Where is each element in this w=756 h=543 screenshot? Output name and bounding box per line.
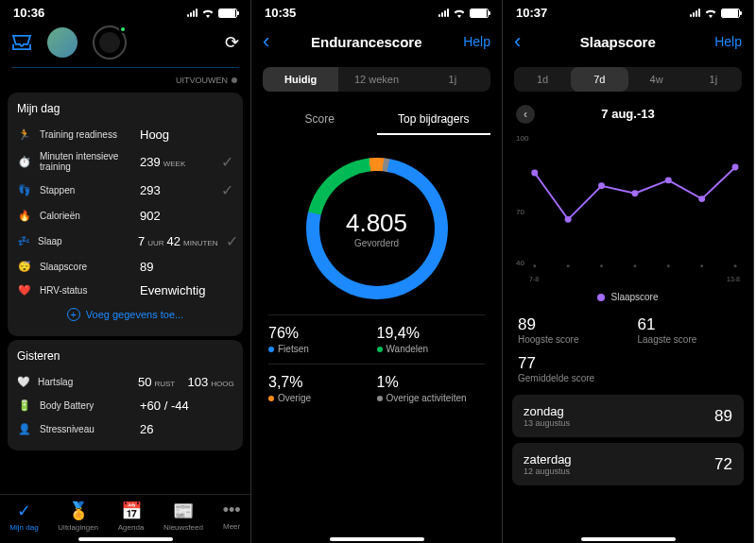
svg-point-13 <box>734 264 737 267</box>
contributor-cell[interactable]: 76%Fietsen <box>268 314 377 364</box>
yesterday-card: Gisteren 🤍Hartslag50RUST 103HOOG🔋Body Ba… <box>8 340 243 450</box>
day-list: zondag13 augustus89zaterdag12 augustus72 <box>503 389 753 491</box>
metric-label: Slaapscore <box>40 262 132 272</box>
metric-row[interactable]: ❤️HRV-statusEvenwichtig <box>17 279 233 302</box>
tab-item[interactable]: 📰Nieuwsfeed <box>163 501 203 532</box>
page-title: Endurancescore <box>311 34 422 50</box>
range-option[interactable]: 4w <box>628 67 685 92</box>
tab-label: Uitdagingen <box>58 523 98 532</box>
stat-cell: 61Laagste score <box>638 315 739 345</box>
sleep-chart[interactable]: 100 70 40 7-8 13-8 <box>516 134 740 280</box>
subtab[interactable]: Score <box>263 105 377 135</box>
expand-button[interactable]: UITVOUWEN <box>0 72 250 89</box>
metric-icon: 👣 <box>17 184 32 196</box>
battery-icon <box>721 8 740 18</box>
tab-icon: 📰 <box>173 501 194 521</box>
tab-item[interactable]: •••Meer <box>223 501 241 532</box>
metric-row[interactable]: 😴Slaapscore89 <box>17 255 233 279</box>
metric-label: Stappen <box>40 185 132 195</box>
metric-label: Calorieën <box>40 211 132 221</box>
check-icon: ✓ <box>221 153 233 171</box>
svg-point-9 <box>600 264 603 267</box>
day-row[interactable]: zaterdag12 augustus72 <box>512 443 744 485</box>
help-button[interactable]: Help <box>463 34 490 49</box>
metric-label: Minuten intensieve training <box>40 151 132 172</box>
page-title: Slaapscore <box>580 34 656 50</box>
metric-row[interactable]: 🔋Body Battery+60 / -44 <box>17 394 233 417</box>
legend-dot-icon <box>597 294 605 301</box>
tab-label: Mijn dag <box>9 523 38 532</box>
screen-endurance: 10:35 ‹ Endurancescore Help Huidig12 wek… <box>251 0 503 543</box>
metric-value: +60 / -44 <box>140 399 189 413</box>
home-indicator[interactable] <box>330 537 424 541</box>
chart-legend: Slaapscore <box>503 284 753 310</box>
card-title: Gisteren <box>17 349 233 363</box>
tab-item[interactable]: 🏅Uitdagingen <box>58 501 98 532</box>
prev-arrow[interactable]: ‹ <box>516 105 535 124</box>
add-data-button[interactable]: +Voeg gegevens toe... <box>17 302 233 327</box>
tab-icon: 📅 <box>121 501 142 521</box>
metric-icon: ⏱️ <box>17 156 32 168</box>
metric-value: 293 <box>140 183 161 197</box>
range-option[interactable]: 1j <box>685 67 742 92</box>
clock: 10:35 <box>265 6 296 20</box>
tab-bar: ✓Mijn dag🏅Uitdagingen📅Agenda📰Nieuwsfeed•… <box>0 494 250 534</box>
day-row[interactable]: zondag13 augustus89 <box>512 395 744 437</box>
tab-label: Nieuwsfeed <box>163 523 203 532</box>
tab-icon: ••• <box>223 501 241 520</box>
metric-row[interactable]: 🏃Training readinessHoog <box>17 123 233 146</box>
screen-sleep-score: 10:37 ‹ Slaapscore Help 1d7d4w1j ‹ 7 aug… <box>503 0 754 543</box>
metric-row[interactable]: 👤Stressniveau26 <box>17 417 233 441</box>
sync-icon[interactable]: ⟳ <box>225 32 239 53</box>
donut-chart: 4.805 Gevorderd <box>251 135 502 314</box>
contributor-label: Overige <box>268 393 377 403</box>
avatar[interactable] <box>47 27 77 58</box>
contributors-grid: 76%Fietsen19,4%Wandelen3,7%Overige1%Over… <box>251 314 502 413</box>
metric-label: Stressniveau <box>40 424 132 434</box>
svg-point-5 <box>698 195 705 202</box>
segment-option[interactable]: 1j <box>415 67 490 92</box>
metric-row[interactable]: 🔥Calorieën902 <box>17 204 233 228</box>
nav-header: ‹ Endurancescore Help <box>251 22 502 61</box>
device-badge[interactable] <box>93 25 127 59</box>
contributor-cell[interactable]: 19,4%Wandelen <box>377 314 486 364</box>
card-title: Mijn dag <box>17 102 233 115</box>
status-icons <box>187 8 237 18</box>
inbox-icon[interactable] <box>11 34 32 51</box>
home-indicator[interactable] <box>581 537 676 541</box>
metric-icon: 👤 <box>17 423 32 435</box>
tab-label: Meer <box>223 522 240 531</box>
metric-row[interactable]: 🤍Hartslag50RUST 103HOOG <box>17 370 233 394</box>
metric-row[interactable]: 👣Stappen293✓ <box>17 177 233 204</box>
range-option[interactable]: 7d <box>571 67 627 92</box>
check-icon: ✓ <box>226 232 238 250</box>
tab-item[interactable]: 📅Agenda <box>118 501 145 532</box>
segment-option[interactable]: Huidig <box>263 67 338 92</box>
stat-cell: 77Gemiddelde score <box>518 354 619 383</box>
stat-label: Laagste score <box>638 334 739 345</box>
metric-icon: ❤️ <box>17 284 32 297</box>
cellular-icon <box>690 8 700 17</box>
help-button[interactable]: Help <box>714 34 742 49</box>
battery-icon <box>470 8 489 18</box>
metric-value: 26 <box>140 422 153 436</box>
home-indicator[interactable] <box>78 537 173 541</box>
subtab[interactable]: Top bijdragers <box>377 105 491 135</box>
segment-option[interactable]: 12 weken <box>338 67 414 92</box>
metric-value: 239WEEK <box>140 155 185 169</box>
tab-item[interactable]: ✓Mijn dag <box>9 501 38 532</box>
contributor-cell[interactable]: 3,7%Overige <box>268 364 377 413</box>
metric-row[interactable]: ⏱️Minuten intensieve training239WEEK✓ <box>17 146 233 177</box>
contributor-label: Wandelen <box>377 344 486 354</box>
my-day-card: Mijn dag 🏃Training readinessHoog⏱️Minute… <box>8 93 243 336</box>
day-date: 13 augustus <box>524 418 570 428</box>
day-score: 89 <box>714 407 732 426</box>
range-option[interactable]: 1d <box>514 67 571 92</box>
check-icon: ✓ <box>221 181 233 199</box>
back-button[interactable]: ‹ <box>263 29 269 54</box>
back-button[interactable]: ‹ <box>514 29 521 54</box>
day-score: 72 <box>714 455 732 474</box>
contributor-cell[interactable]: 1%Overige activiteiten <box>377 364 486 413</box>
metric-row[interactable]: 💤Slaap7UUR42MINUTEN✓ <box>17 228 233 255</box>
clock: 10:36 <box>13 6 44 20</box>
